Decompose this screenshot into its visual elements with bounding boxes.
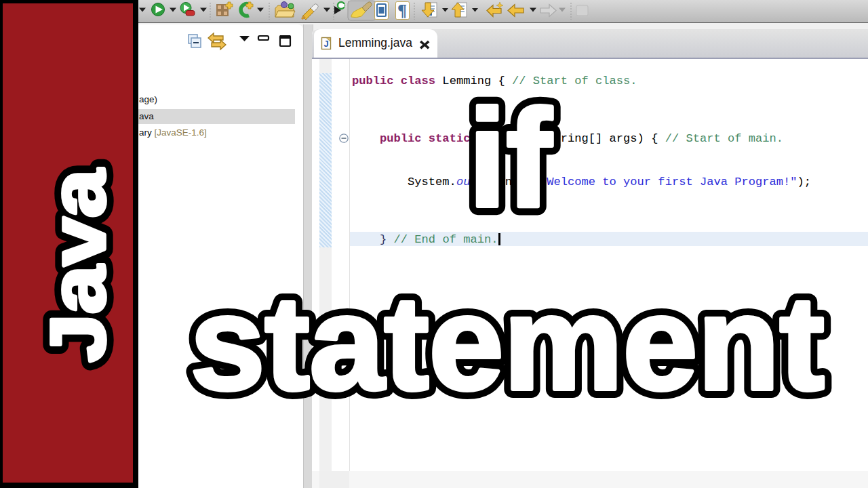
svg-text:if: if	[469, 80, 552, 235]
svg-text:Java: Java	[34, 168, 121, 362]
svg-text:statement: statement	[190, 268, 824, 417]
